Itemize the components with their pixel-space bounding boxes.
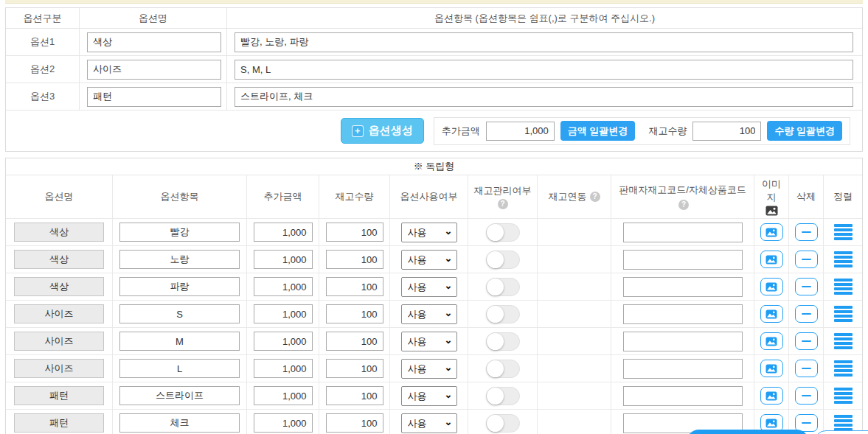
image-upload-button[interactable]	[760, 278, 783, 295]
seller-code-input[interactable]	[623, 223, 743, 242]
option-list-rows: 사용 ⌄ 사용 ⌄	[6, 219, 862, 434]
stock-manage-toggle[interactable]	[486, 223, 520, 242]
drag-sort-handle[interactable]	[834, 360, 853, 377]
option-item-input[interactable]	[119, 304, 240, 323]
help-icon[interactable]: ?	[498, 199, 508, 209]
help-icon[interactable]: ?	[590, 192, 600, 202]
delete-row-button[interactable]	[795, 387, 818, 405]
extra-price-input[interactable]	[254, 277, 313, 296]
stock-manage-toggle[interactable]	[486, 278, 520, 296]
delete-row-button[interactable]	[795, 278, 818, 295]
extra-price-input[interactable]	[254, 386, 313, 405]
header-option-items: 옵션항목 (옵션항목은 쉼표(,)로 구분하여 주십시오.)	[227, 8, 862, 28]
option-item-input[interactable]	[119, 332, 240, 351]
drag-sort-handle[interactable]	[834, 279, 853, 295]
stock-qty-input[interactable]	[326, 413, 383, 433]
option-name-input[interactable]	[87, 32, 221, 52]
seller-code-input[interactable]	[623, 277, 743, 297]
image-upload-button[interactable]	[760, 223, 783, 241]
option-use-select[interactable]: 사용	[401, 304, 457, 324]
extra-price-input[interactable]	[254, 359, 313, 378]
stock-qty-input[interactable]	[326, 332, 383, 351]
option-use-select[interactable]: 사용	[401, 223, 457, 242]
extra-price-input[interactable]	[254, 332, 313, 351]
stock-manage-toggle[interactable]	[486, 414, 520, 433]
seller-code-input[interactable]	[623, 332, 743, 351]
stock-qty-input[interactable]	[326, 277, 383, 296]
bulk-price-apply-button[interactable]: 금액 일괄변경	[560, 121, 636, 141]
bulk-qty-apply-button[interactable]: 수량 일괄변경	[767, 121, 842, 141]
delete-row-button[interactable]	[795, 332, 818, 350]
extra-price-input[interactable]	[254, 223, 313, 242]
stock-manage-toggle[interactable]	[486, 387, 520, 405]
image-upload-button[interactable]	[760, 332, 783, 350]
col-header-image: 이미지	[754, 175, 789, 218]
delete-row-button[interactable]	[795, 251, 818, 268]
stock-manage-toggle[interactable]	[486, 360, 520, 378]
extra-price-input[interactable]	[254, 304, 313, 323]
delete-row-button[interactable]	[795, 305, 818, 323]
option-setup-row-2: 옵션2	[6, 56, 862, 83]
extra-price-input[interactable]	[254, 413, 313, 433]
option-use-select[interactable]: 사용	[401, 359, 457, 379]
col-header-seller-code: 판매자재고코드/자체상품코드?	[611, 175, 754, 218]
drag-sort-handle[interactable]	[834, 333, 853, 349]
seller-code-input[interactable]	[623, 304, 743, 324]
image-icon	[765, 364, 777, 374]
stock-manage-toggle[interactable]	[486, 305, 520, 323]
image-upload-button[interactable]	[760, 305, 783, 323]
image-upload-button[interactable]	[760, 360, 783, 377]
option-items-input[interactable]	[235, 87, 853, 107]
seller-code-input[interactable]	[623, 359, 743, 379]
help-icon[interactable]: ?	[678, 200, 689, 210]
bulk-price-input[interactable]	[486, 122, 555, 141]
option-item-input[interactable]	[119, 359, 240, 378]
stock-qty-input[interactable]	[326, 250, 383, 269]
stock-manage-toggle[interactable]	[486, 251, 520, 269]
option-row-label: 옵션2	[6, 56, 80, 83]
option-use-select[interactable]: 사용	[401, 277, 457, 297]
stock-sync-label: 재고연동	[549, 190, 587, 203]
option-item-input[interactable]	[119, 223, 240, 242]
use-select-wrap: 사용 ⌄	[401, 250, 457, 270]
minus-icon	[802, 422, 811, 424]
col-header-sort: 정렬	[824, 175, 862, 218]
bulk-qty-input[interactable]	[692, 122, 761, 141]
toggle-knob	[487, 251, 504, 268]
delete-row-button[interactable]	[795, 223, 818, 241]
option-name-input[interactable]	[87, 60, 221, 80]
option-item-input[interactable]	[119, 250, 240, 269]
drag-sort-handle[interactable]	[834, 415, 853, 431]
seller-code-input[interactable]	[623, 386, 743, 406]
option-item-input[interactable]	[119, 413, 240, 433]
image-upload-button[interactable]	[760, 387, 783, 405]
option-use-select[interactable]: 사용	[401, 413, 457, 433]
drag-sort-handle[interactable]	[834, 224, 853, 240]
image-upload-button[interactable]	[760, 251, 783, 268]
option-items-input[interactable]	[235, 32, 853, 52]
stock-qty-input[interactable]	[326, 359, 383, 378]
option-list-header: 옵션명 옵션항목 추가금액 재고수량 옵션사용여부 재고관리여부 ? 재고연동 …	[6, 175, 862, 219]
header-option-group: 옵션구분	[6, 8, 80, 28]
delete-row-button[interactable]	[795, 360, 818, 377]
bottom-primary-button[interactable]	[687, 430, 809, 434]
extra-price-input[interactable]	[254, 250, 313, 269]
stock-manage-toggle[interactable]	[486, 332, 520, 351]
option-use-select[interactable]: 사용	[401, 250, 457, 270]
seller-code-input[interactable]	[623, 250, 743, 270]
drag-sort-handle[interactable]	[834, 306, 853, 322]
option-items-input[interactable]	[235, 60, 853, 80]
option-item-input[interactable]	[119, 386, 240, 405]
stock-qty-input[interactable]	[326, 304, 383, 323]
option-use-select[interactable]: 사용	[401, 332, 457, 351]
option-use-select[interactable]: 사용	[401, 386, 457, 406]
option-name-input[interactable]	[87, 87, 221, 107]
drag-sort-handle[interactable]	[834, 251, 853, 267]
generate-options-button[interactable]: + 옵션생성	[341, 118, 424, 144]
bottom-secondary-button[interactable]	[814, 430, 868, 434]
option-list-row: 사용 ⌄	[6, 301, 862, 328]
drag-sort-handle[interactable]	[834, 388, 853, 404]
stock-qty-input[interactable]	[326, 223, 383, 242]
option-item-input[interactable]	[119, 277, 240, 296]
stock-qty-input[interactable]	[326, 386, 383, 405]
